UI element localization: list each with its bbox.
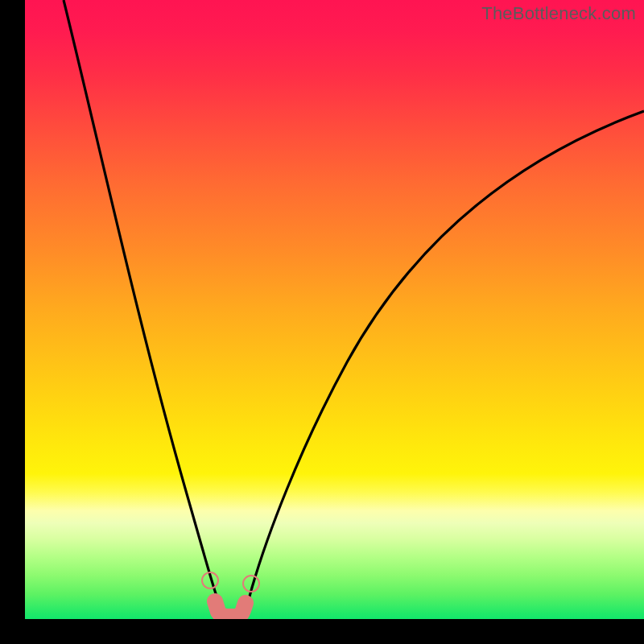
bottleneck-curve-path [64,0,644,613]
bottleneck-curve-svg [25,0,644,619]
svg-point-1 [250,583,252,584]
sweet-spot-markers [209,580,252,617]
chart-frame [25,0,644,619]
svg-point-0 [209,580,211,581]
watermark: TheBottleneck.com [481,3,636,24]
